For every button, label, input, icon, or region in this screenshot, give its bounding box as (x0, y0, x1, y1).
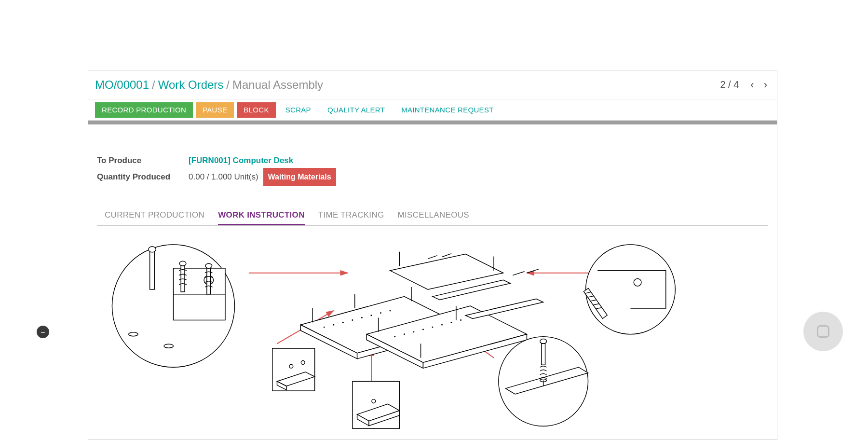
tab-current-production[interactable]: CURRENT PRODUCTION (105, 207, 204, 225)
pager-prev-icon[interactable]: ‹ (747, 77, 757, 93)
tab-time-tracking[interactable]: TIME TRACKING (318, 207, 384, 225)
svg-point-61 (301, 361, 305, 365)
tab-work-instruction[interactable]: WORK INSTRUCTION (218, 207, 305, 225)
svg-point-14 (205, 263, 212, 268)
dash-icon: – (41, 328, 45, 336)
pause-button[interactable]: PAUSE (196, 102, 234, 118)
svg-point-40 (422, 329, 424, 330)
toolbar: RECORD PRODUCTION PAUSE BLOCK SCRAP QUAL… (88, 99, 777, 121)
pager-next-icon[interactable]: › (761, 77, 770, 93)
panel-header: MO/00001 / Work Orders / Manual Assembly… (88, 70, 777, 99)
home-icon (817, 325, 829, 338)
svg-point-42 (441, 324, 443, 326)
block-button[interactable]: BLOCK (237, 102, 275, 118)
svg-point-33 (361, 317, 363, 318)
quality-alert-button[interactable]: QUALITY ALERT (321, 102, 392, 118)
svg-line-53 (428, 256, 437, 259)
details-section: To Produce [FURN001] Computer Desk Quant… (88, 124, 777, 440)
svg-point-18 (634, 278, 641, 286)
svg-point-38 (404, 333, 405, 335)
viewport: MO/00001 / Work Orders / Manual Assembly… (0, 0, 868, 440)
svg-point-44 (460, 319, 461, 321)
home-button[interactable] (803, 312, 843, 351)
svg-line-55 (513, 272, 524, 275)
svg-rect-9 (150, 252, 155, 289)
breadcrumb-root[interactable]: MO/00001 (95, 78, 149, 92)
breadcrumb-sep-1: / (152, 78, 155, 92)
scrap-button[interactable]: SCRAP (279, 102, 318, 118)
svg-point-16 (164, 344, 174, 348)
svg-point-60 (289, 364, 293, 368)
pager-count: 2 / 4 (720, 79, 739, 90)
svg-line-56 (527, 269, 538, 273)
qty-produced-label: Quantity Produced (97, 170, 189, 184)
record-production-button[interactable]: RECORD PRODUCTION (95, 102, 193, 118)
float-left-button[interactable]: – (37, 326, 49, 338)
svg-point-34 (370, 315, 372, 316)
breadcrumb-sep-2: / (226, 78, 230, 92)
svg-point-15 (129, 332, 138, 336)
svg-point-43 (451, 322, 452, 323)
assembly-diagram-svg (97, 226, 768, 433)
svg-point-30 (333, 324, 334, 326)
svg-point-69 (540, 339, 547, 344)
svg-point-37 (394, 336, 395, 337)
product-link[interactable]: [FURN001] Computer Desk (189, 153, 293, 168)
work-instruction-diagram (97, 226, 768, 433)
svg-marker-28 (465, 299, 543, 318)
maintenance-request-button[interactable]: MAINTENANCE REQUEST (394, 102, 501, 118)
breadcrumb-current: Manual Assembly (232, 78, 323, 92)
to-produce-label: To Produce (97, 153, 189, 168)
svg-point-41 (432, 327, 434, 328)
svg-point-39 (413, 331, 414, 332)
svg-point-66 (372, 399, 376, 403)
tab-miscellaneous[interactable]: MISCELLANEOUS (397, 207, 469, 225)
svg-rect-70 (542, 344, 545, 365)
svg-point-29 (324, 327, 325, 328)
toolbar-divider (88, 121, 777, 124)
breadcrumb-work-orders[interactable]: Work Orders (158, 78, 224, 92)
svg-point-31 (342, 322, 344, 323)
tabs: CURRENT PRODUCTION WORK INSTRUCTION TIME… (97, 207, 768, 226)
svg-point-35 (380, 312, 381, 314)
qty-produced-value: 0.00 / 1.000 Unit(s) (189, 170, 258, 184)
work-order-panel: MO/00001 / Work Orders / Manual Assembly… (88, 70, 777, 440)
status-badge: Waiting Materials (263, 168, 336, 186)
svg-point-32 (352, 319, 353, 321)
pager: 2 / 4 ‹ › (720, 77, 770, 93)
svg-line-54 (442, 254, 452, 257)
svg-point-10 (149, 247, 156, 252)
field-qty-produced: Quantity Produced 0.00 / 1.000 Unit(s) W… (97, 168, 768, 186)
field-to-produce: To Produce [FURN001] Computer Desk (97, 153, 768, 168)
svg-point-12 (179, 261, 186, 266)
svg-point-36 (390, 310, 391, 311)
